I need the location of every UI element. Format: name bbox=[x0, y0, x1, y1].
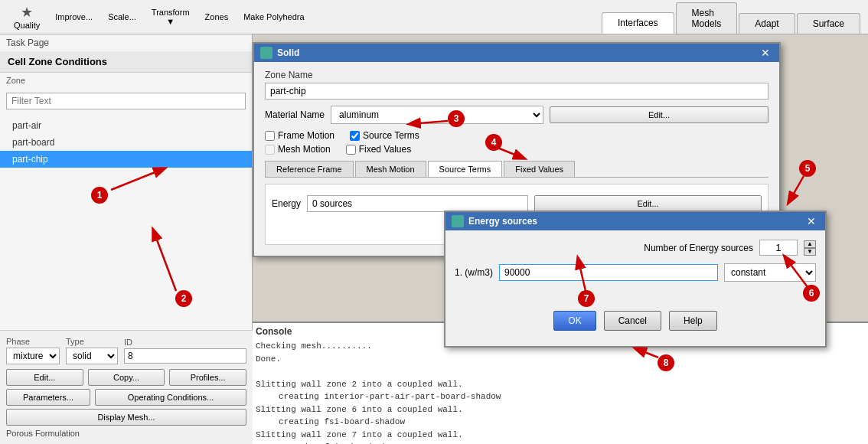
display-mesh-button[interactable]: Display Mesh... bbox=[6, 409, 246, 426]
energy-sources-title: Energy sources bbox=[468, 216, 537, 227]
phase-select[interactable]: mixture bbox=[6, 348, 60, 364]
main-area: Console Checking mesh.......... Done. Sl… bbox=[253, 34, 868, 444]
id-label: ID bbox=[124, 338, 246, 347]
tab-group: Interfaces MeshModels Adapt Surface bbox=[602, 0, 862, 34]
num-sources-input[interactable] bbox=[759, 240, 798, 256]
num-sources-spinbox: ▲ ▼ bbox=[804, 240, 816, 256]
improve-label: Improve... bbox=[55, 12, 93, 21]
mesh-motion-checkbox bbox=[265, 145, 275, 155]
zone-list: part-air part-board part-chip bbox=[0, 114, 252, 171]
energy-label: Energy bbox=[272, 198, 301, 209]
bottom-panel: Phase mixture Type solid ID Edit... Copy… bbox=[0, 330, 253, 444]
zone-filter-input[interactable] bbox=[6, 93, 246, 109]
make-polyhedra-label: Make Polyhedra bbox=[243, 12, 305, 21]
energy-dialog-spacer bbox=[455, 289, 816, 305]
frame-motion-checkbox-label[interactable]: Frame Motion bbox=[265, 130, 334, 141]
top-toolbar: ★ Quality Improve... Scale... Transform … bbox=[0, 0, 868, 34]
parameters-button[interactable]: Parameters... bbox=[6, 389, 90, 406]
energy-sources-dialog: Energy sources ✕ Number of Energy source… bbox=[444, 211, 827, 348]
solid-dialog-titlebar: Solid ✕ bbox=[254, 44, 779, 62]
material-name-select[interactable]: aluminum bbox=[331, 106, 543, 124]
source-value-input[interactable] bbox=[499, 264, 718, 281]
help-button[interactable]: Help bbox=[669, 311, 717, 331]
energy-source-row-1: 1. (w/m3) constant polynomial piecewise-… bbox=[455, 263, 816, 282]
quality-label: Quality bbox=[14, 21, 40, 30]
tab-interfaces[interactable]: Interfaces bbox=[602, 12, 674, 34]
cancel-button[interactable]: Cancel bbox=[604, 311, 661, 331]
improve-button[interactable]: Improve... bbox=[47, 9, 100, 24]
edit-button[interactable]: Edit... bbox=[6, 369, 83, 386]
solid-dialog-tabs: Reference Frame Mesh Motion Source Terms… bbox=[265, 161, 768, 178]
checkboxes-row-2: Mesh Motion Fixed Values bbox=[265, 144, 768, 155]
tab-fixed-values[interactable]: Fixed Values bbox=[504, 161, 575, 177]
energy-sources-titlebar: Energy sources ✕ bbox=[445, 212, 825, 230]
energy-edit-button[interactable]: Edit... bbox=[534, 195, 762, 212]
solid-dialog-close-button[interactable]: ✕ bbox=[758, 47, 773, 59]
zone-item-part-chip[interactable]: part-chip bbox=[0, 151, 252, 168]
transform-button[interactable]: Transform ▼ bbox=[144, 5, 197, 29]
solid-dialog-icon bbox=[260, 47, 272, 59]
id-field: ID bbox=[124, 338, 246, 364]
zones-label: Zones bbox=[205, 12, 229, 21]
zone-name-input[interactable] bbox=[265, 83, 768, 100]
energy-sources-close-button[interactable]: ✕ bbox=[804, 215, 819, 227]
type-label: Type bbox=[66, 337, 118, 346]
material-name-row: Material Name aluminum Edit... bbox=[265, 106, 768, 124]
zone-name-row: Zone Name bbox=[265, 70, 768, 100]
tab-mesh-models[interactable]: MeshModels bbox=[676, 2, 738, 34]
zone-item-part-air[interactable]: part-air bbox=[0, 117, 252, 134]
zone-item-part-board[interactable]: part-board bbox=[0, 134, 252, 151]
task-page-label: Task Page bbox=[0, 34, 55, 51]
material-name-label: Material Name bbox=[265, 109, 325, 120]
energy-dialog-body: Number of Energy sources ▲ ▼ 1. (w/m3) c… bbox=[445, 230, 825, 346]
scale-label: Scale... bbox=[108, 12, 136, 21]
num-sources-label: Number of Energy sources bbox=[644, 243, 753, 253]
spinbox-down[interactable]: ▼ bbox=[804, 248, 816, 256]
copy-button[interactable]: Copy... bbox=[88, 369, 165, 386]
fixed-values-checkbox[interactable] bbox=[346, 145, 356, 155]
make-polyhedra-button[interactable]: Make Polyhedra bbox=[236, 9, 312, 24]
left-panel: Cell Zone Conditions Zone part-air part-… bbox=[0, 34, 253, 444]
tab-source-terms[interactable]: Source Terms bbox=[428, 161, 503, 177]
source-row-label: 1. (w/m3) bbox=[455, 267, 493, 278]
btn-row-1: Edit... Copy... Profiles... bbox=[6, 369, 246, 386]
energy-sources-input[interactable] bbox=[307, 195, 528, 212]
btn-row-3: Display Mesh... bbox=[6, 409, 246, 426]
spinbox-up[interactable]: ▲ bbox=[804, 240, 816, 248]
profiles-button[interactable]: Profiles... bbox=[169, 369, 246, 386]
source-type-select[interactable]: constant polynomial piecewise-linear pie… bbox=[724, 263, 816, 282]
fixed-values-checkbox-label[interactable]: Fixed Values bbox=[346, 144, 411, 155]
btn-row-2: Parameters... Operating Conditions... bbox=[6, 389, 246, 406]
source-terms-checkbox[interactable] bbox=[350, 131, 360, 141]
tab-mesh-motion[interactable]: Mesh Motion bbox=[355, 161, 426, 177]
frame-motion-checkbox[interactable] bbox=[265, 131, 275, 141]
type-select[interactable]: solid bbox=[66, 348, 118, 364]
zones-button[interactable]: Zones bbox=[197, 9, 237, 24]
material-edit-button[interactable]: Edit... bbox=[550, 106, 768, 123]
phase-field: Phase mixture bbox=[6, 337, 60, 364]
tab-surface[interactable]: Surface bbox=[797, 13, 860, 34]
tab-reference-frame[interactable]: Reference Frame bbox=[265, 161, 354, 177]
mesh-motion-checkbox-label[interactable]: Mesh Motion bbox=[265, 144, 331, 155]
porous-label: Porous Formulation bbox=[6, 429, 246, 438]
source-terms-checkbox-label[interactable]: Source Terms bbox=[350, 130, 419, 141]
star-icon: ★ bbox=[21, 4, 33, 21]
solid-dialog-title: Solid bbox=[277, 47, 299, 58]
energy-btn-row: OK Cancel Help bbox=[455, 305, 816, 337]
quality-button[interactable]: ★ Quality bbox=[6, 1, 47, 33]
zone-name-label: Zone Name bbox=[265, 70, 768, 80]
scale-button[interactable]: Scale... bbox=[100, 9, 144, 24]
checkboxes-row: Frame Motion Source Terms bbox=[265, 130, 768, 141]
id-input[interactable] bbox=[124, 348, 246, 364]
console-text: Checking mesh.......... Done. Slitting w… bbox=[256, 340, 865, 444]
transform-label: Transform bbox=[152, 8, 190, 17]
type-field: Type solid bbox=[66, 337, 118, 364]
ok-button[interactable]: OK bbox=[553, 311, 596, 331]
zone-filter-label: Zone bbox=[0, 73, 252, 88]
operating-conditions-button[interactable]: Operating Conditions... bbox=[95, 389, 246, 406]
num-sources-row: Number of Energy sources ▲ ▼ bbox=[455, 240, 816, 256]
cell-zone-header: Cell Zone Conditions bbox=[0, 51, 252, 73]
energy-sources-icon bbox=[452, 215, 464, 227]
tab-adapt[interactable]: Adapt bbox=[739, 13, 795, 34]
dropdown-arrow-icon: ▼ bbox=[166, 17, 175, 26]
